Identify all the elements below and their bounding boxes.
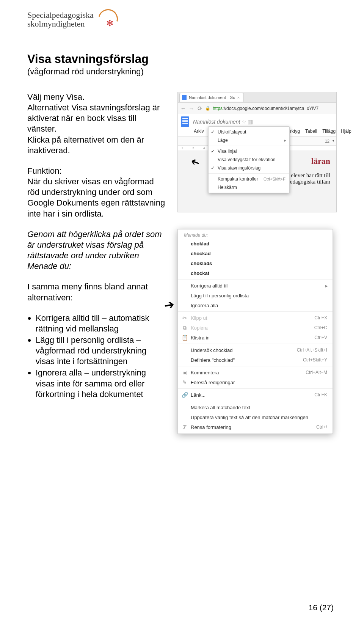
- context-menu-item[interactable]: Korrigera alltid till: [178, 281, 333, 291]
- menu-label: Klipp ut: [191, 315, 207, 321]
- p1a: Välj meny Visa.: [27, 92, 85, 102]
- p3: Genom att högerklicka på ordet som är un…: [27, 229, 162, 260]
- menu-label: Undersök chocklad: [191, 347, 233, 353]
- context-menu-item[interactable]: chockat: [178, 268, 333, 278]
- menu-arkiv[interactable]: Arkiv: [194, 129, 204, 134]
- menu-icon: ▣: [182, 369, 188, 375]
- shortcut: Ctrl+\: [316, 424, 327, 430]
- context-menu-item: ⧉KopieraCtrl+C: [178, 323, 333, 333]
- menu-hjälp[interactable]: Hjälp: [341, 129, 351, 134]
- url-scheme: https: [213, 106, 223, 111]
- view-dropdown: UtskriftslayoutLägeVisa linjalVisa verkt…: [208, 126, 290, 193]
- page-number: 16 (27): [308, 603, 334, 612]
- browser-tab[interactable]: Namnlöst dokument - Gc ×: [179, 93, 244, 102]
- folder-icon[interactable]: ▥: [248, 118, 253, 125]
- menu-item[interactable]: Utskriftslayout: [209, 128, 289, 136]
- ruler-tick: 4: [203, 146, 205, 150]
- lock-icon: 🔒: [205, 106, 210, 111]
- menu-label: chockat: [191, 270, 209, 276]
- menu-item[interactable]: Kompakta kontrollerCtrl+Skift+F: [209, 175, 289, 183]
- context-menu-item[interactable]: 📋Klistra inCtrl+V: [178, 333, 333, 342]
- logo-icon: ✻: [96, 11, 122, 31]
- context-menu-item: ✂Klipp utCtrl+X: [178, 313, 333, 323]
- menu-label: Föreslå redigeringar: [191, 380, 235, 385]
- shortcut: Ctrl+V: [314, 335, 327, 340]
- url-path: /document/d/1amytca_xYiV7: [261, 106, 318, 111]
- body-text: Välj meny Visa. Alternativet Visa stavni…: [27, 92, 166, 434]
- menu-item[interactable]: Visa stavningsförslag: [209, 164, 289, 172]
- p2b: När du skriver visas en vågformad röd un…: [27, 177, 165, 218]
- org-logo: Specialpedagogiska skolmyndigheten ✻: [27, 11, 337, 31]
- menu-item[interactable]: Läge: [209, 136, 289, 145]
- bullet-item: Ignorera alla – understrykning visas int…: [36, 368, 166, 399]
- context-menu-item[interactable]: ✎Föreslå redigeringar: [178, 377, 333, 387]
- menu-label: Kommentera: [191, 370, 219, 375]
- bullet-item: Lägg till i personlig ordlista – vågform…: [36, 335, 166, 367]
- menu-label: choklad: [191, 241, 209, 247]
- context-menu-item[interactable]: 🔗Länk...Ctrl+K: [178, 390, 333, 400]
- p1c: Klicka på alternativet om den är inaktiv…: [27, 135, 144, 155]
- menu-icon: 📋: [182, 335, 188, 341]
- shortcut: Ctrl+K: [314, 392, 327, 397]
- context-menu-item[interactable]: Undersök chockladCtrl+Alt+Skift+I: [178, 345, 333, 355]
- menu-icon: Ⱦ: [182, 424, 188, 430]
- menu-icon: 🔗: [182, 392, 188, 398]
- menu-label: Markera all matchande text: [191, 405, 250, 410]
- menu-item[interactable]: Visa linjal: [209, 147, 289, 156]
- page-title: Visa stavningsförslag: [27, 52, 337, 66]
- p2a: Funktion:: [27, 166, 62, 176]
- menu-icon: ✎: [182, 379, 188, 385]
- context-menu-item[interactable]: choklads: [178, 258, 333, 268]
- tab-close-icon[interactable]: ×: [237, 95, 240, 100]
- menu-label: Kopiera: [191, 325, 208, 331]
- doc-title[interactable]: Namnlöst dokument: [193, 119, 240, 125]
- menu-label: chockad: [191, 251, 211, 256]
- menu-label: Definiera "chocklad": [191, 357, 235, 363]
- arrow-pointer-icon: ➔: [163, 297, 176, 313]
- context-menu-item[interactable]: Definiera "chocklad"Ctrl+Skift+Y: [178, 355, 333, 365]
- menu-label: Korrigera alltid till: [191, 283, 229, 289]
- shortcut: Ctrl+Skift+F: [264, 177, 286, 181]
- context-menu-item[interactable]: ▣KommenteraCtrl+Alt+M: [178, 368, 333, 377]
- context-menu-item[interactable]: Uppdatera vanlig text så att den matchar…: [178, 412, 333, 422]
- menu-label: Ignorera alla: [191, 303, 218, 308]
- ruler-tick: 2: [182, 146, 183, 150]
- logo-line2: skolmyndigheten: [27, 19, 94, 28]
- nav-forward-icon[interactable]: →: [188, 105, 195, 112]
- menu-label: Uppdatera vanlig text så att den matchar…: [191, 415, 308, 420]
- nav-reload-icon[interactable]: ⟳: [197, 105, 203, 112]
- p4: I samma meny finns bland annat alternati…: [27, 281, 166, 303]
- p3em: Menade du:: [27, 261, 71, 271]
- docs-logo-icon[interactable]: [181, 116, 189, 127]
- bullet-item: Korrigera alltid till – automatisk rättn…: [36, 313, 166, 334]
- nav-back-icon[interactable]: ←: [180, 105, 186, 112]
- menu-tillägg[interactable]: Tillägg: [322, 129, 336, 134]
- menu-item[interactable]: Visa verktygsfält för ekvation: [209, 156, 289, 164]
- menu-item[interactable]: Helskärm: [209, 183, 289, 192]
- menu-tabell[interactable]: Tabell: [305, 129, 317, 134]
- context-menu-item[interactable]: ȾRensa formateringCtrl+\: [178, 422, 333, 432]
- p1b: Alternativet Visa stavningsförslag är ak…: [27, 103, 160, 134]
- tab-title: Namnlöst dokument - Gc: [189, 95, 235, 100]
- shortcut: Ctrl+X: [314, 315, 327, 320]
- context-menu-item[interactable]: choklad: [178, 239, 333, 248]
- page-subtitle: (vågformad röd understrykning): [27, 67, 337, 77]
- context-menu-item[interactable]: chockad: [178, 248, 333, 258]
- menu-label: choklads: [191, 261, 212, 266]
- shortcut: Ctrl+C: [314, 325, 327, 330]
- bullets-list: Korrigera alltid till – automatisk rättn…: [27, 313, 166, 400]
- docs-favicon-icon: [182, 95, 187, 100]
- menu-label: Lägg till i personlig ordlista: [191, 293, 249, 298]
- screenshot-docs-menu: Namnlöst dokument - Gc × ← → ⟳ 🔒 https:/…: [177, 92, 337, 212]
- font-size[interactable]: 12: [325, 139, 329, 143]
- menu-icon: ⧉: [182, 325, 188, 331]
- context-menu-item[interactable]: Lägg till i personlig ordlista: [178, 291, 333, 300]
- star-icon[interactable]: ☆: [242, 119, 246, 125]
- shortcut: Ctrl+Alt+Skift+I: [297, 347, 327, 353]
- context-menu-item[interactable]: Markera all matchande text: [178, 402, 333, 412]
- shortcut: Ctrl+Skift+Y: [303, 357, 327, 363]
- font-size-chevron-icon[interactable]: ▾: [333, 139, 334, 143]
- menu-label: Klistra in: [191, 335, 210, 341]
- menade-du-header: Menade du:: [178, 231, 333, 239]
- context-menu-item[interactable]: Ignorera alla: [178, 300, 333, 310]
